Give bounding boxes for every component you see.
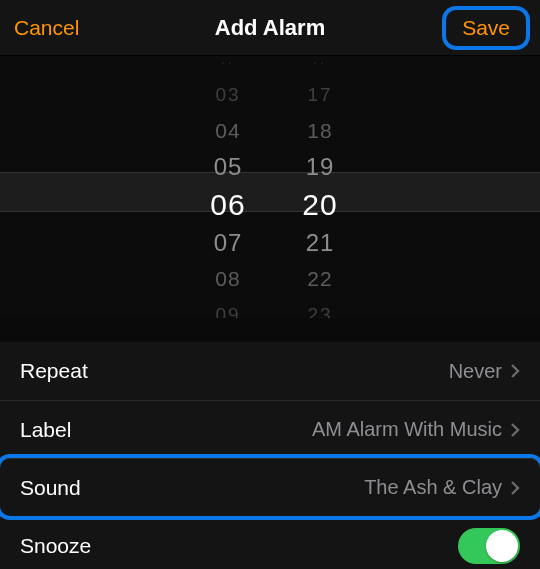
hour-option: 08: [215, 261, 240, 297]
minute-option: 17: [307, 77, 332, 113]
minute-option: 19: [306, 149, 335, 185]
hour-wheel[interactable]: .. 03 04 05 06 07 08 09: [188, 56, 268, 318]
chevron-right-icon: [510, 363, 520, 379]
snooze-toggle[interactable]: [458, 528, 520, 564]
hour-option: 07: [214, 225, 243, 261]
sound-label: Sound: [20, 476, 81, 500]
cancel-button[interactable]: Cancel: [14, 16, 79, 40]
hour-option: 04: [215, 113, 240, 149]
minute-selected: 20: [302, 185, 337, 225]
hour-option: 03: [215, 77, 240, 113]
minute-option: 22: [307, 261, 332, 297]
toggle-knob: [486, 530, 518, 562]
hour-option: 05: [214, 149, 243, 185]
alarm-settings-list: Repeat Never Label AM Alarm With Music S…: [0, 342, 540, 569]
save-button[interactable]: Save: [446, 10, 526, 46]
picker-selection-band: [0, 172, 540, 212]
chevron-right-icon: [510, 480, 520, 496]
snooze-label: Snooze: [20, 534, 91, 558]
repeat-value: Never: [449, 360, 520, 383]
minute-option: 21: [306, 225, 335, 261]
minute-option: ..: [313, 56, 327, 77]
chevron-right-icon: [510, 422, 520, 438]
repeat-label: Repeat: [20, 359, 88, 383]
time-picker[interactable]: .. 03 04 05 06 07 08 09 .. 17 18 19 20 2…: [0, 56, 540, 318]
snooze-row: Snooze: [0, 516, 540, 569]
label-row[interactable]: Label AM Alarm With Music: [0, 400, 540, 458]
hour-option: ..: [221, 56, 235, 77]
sound-value: The Ash & Clay: [364, 476, 520, 499]
sound-row[interactable]: Sound The Ash & Clay: [0, 458, 540, 516]
minute-option: 23: [307, 297, 332, 318]
hour-selected: 06: [210, 185, 245, 225]
repeat-row[interactable]: Repeat Never: [0, 342, 540, 400]
header: Cancel Add Alarm Save: [0, 0, 540, 56]
hour-option: 09: [215, 297, 240, 318]
label-value: AM Alarm With Music: [312, 418, 520, 441]
label-label: Label: [20, 418, 71, 442]
minute-wheel[interactable]: .. 17 18 19 20 21 22 23: [280, 56, 360, 318]
minute-option: 18: [307, 113, 332, 149]
